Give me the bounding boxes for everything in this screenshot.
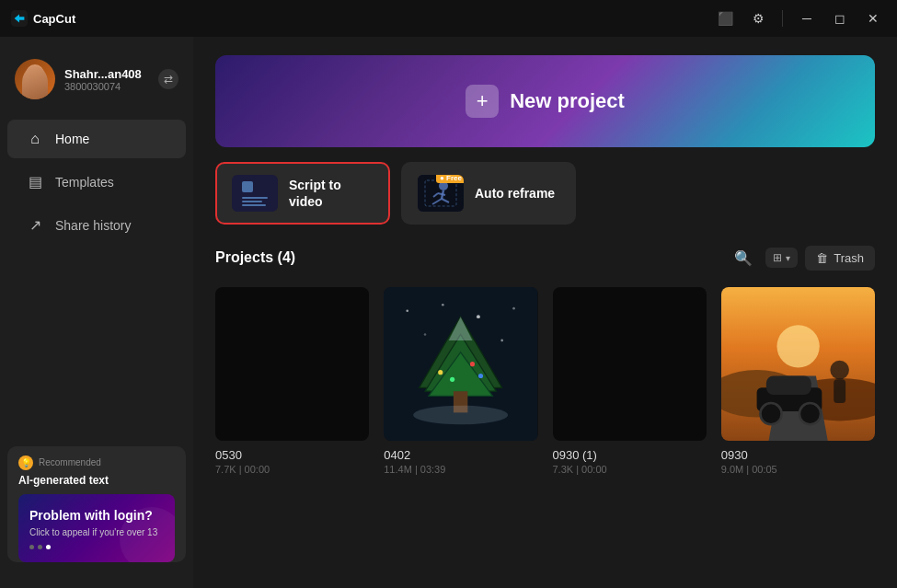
project-name-0930: 0930 — [721, 448, 875, 462]
svg-point-22 — [438, 370, 443, 375]
new-project-btn: + New project — [466, 85, 625, 118]
recommended-banner[interactable]: 💡 Recommended AI-generated text Problem … — [7, 446, 186, 562]
new-project-banner[interactable]: + New project — [215, 55, 875, 147]
dot-1 — [29, 545, 34, 549]
sidebar-item-templates[interactable]: ▤ Templates — [7, 162, 186, 202]
titlebar: CapCut ⬛ ⚙ ─ ◻ ✕ — [0, 0, 897, 37]
window-controls: ⬛ ⚙ ─ ◻ ✕ — [712, 6, 886, 31]
sidebar-bottom: 💡 Recommended AI-generated text Problem … — [0, 435, 193, 573]
project-meta-0530: 7.7K | 00:00 — [215, 464, 369, 475]
user-name: Shahr...an408 — [64, 67, 149, 81]
trash-label: Trash — [834, 251, 864, 265]
svg-rect-37 — [834, 379, 845, 403]
sunset-car-svg — [721, 287, 875, 441]
view-toggle-btn[interactable]: ⊞ ▾ — [765, 248, 798, 268]
maximize-btn[interactable]: ◻ — [827, 6, 853, 31]
project-card-0930[interactable]: 0930 9.0M | 00:05 — [721, 287, 875, 475]
grid-icon: ⊞ — [773, 251, 782, 264]
main-content: + New project Script tovideo — [193, 37, 897, 588]
project-meta-0930: 9.0M | 00:05 — [721, 464, 875, 475]
auto-reframe-card[interactable]: ● Free Auto reframe — [401, 162, 576, 225]
svg-point-25 — [478, 374, 483, 378]
project-thumb-0402 — [384, 287, 537, 441]
svg-point-15 — [501, 340, 504, 342]
search-btn[interactable]: 🔍 — [729, 243, 758, 272]
free-badge: ● Free — [436, 175, 464, 183]
user-switch-btn[interactable]: ⇄ — [158, 69, 178, 89]
project-thumb-0930-1 — [553, 287, 707, 441]
trash-icon: 🗑 — [816, 251, 828, 265]
svg-point-14 — [424, 333, 427, 336]
svg-point-35 — [799, 403, 821, 424]
projects-actions: 🔍 ⊞ ▾ 🗑 Trash — [729, 243, 875, 272]
avatar[interactable] — [15, 59, 55, 99]
svg-point-13 — [512, 307, 515, 310]
main-layout: Shahr...an408 3800030074 ⇄ ⌂ Home ▤ Temp… — [0, 37, 897, 588]
monitor-btn[interactable]: ⬛ — [712, 6, 738, 31]
trash-btn[interactable]: 🗑 Trash — [805, 246, 875, 271]
project-card-0930-1[interactable]: 0930 (1) 7.3K | 00:00 — [553, 287, 707, 475]
projects-title: Projects (4) — [215, 249, 295, 266]
user-id: 3800030074 — [64, 81, 149, 92]
app-logo: CapCut — [11, 10, 75, 27]
project-thumb-0530 — [215, 287, 369, 441]
script-icon-shape — [242, 181, 253, 192]
svg-point-21 — [413, 406, 508, 425]
auto-reframe-label: Auto reframe — [475, 185, 555, 202]
sidebar-item-home[interactable]: ⌂ Home — [7, 120, 186, 158]
svg-rect-33 — [766, 375, 811, 395]
user-section: Shahr...an408 3800030074 ⇄ — [0, 52, 193, 118]
close-btn[interactable]: ✕ — [860, 6, 886, 31]
bulb-icon: 💡 — [18, 455, 33, 470]
sidebar-item-home-label: Home — [55, 132, 89, 146]
project-name-0402: 0402 — [384, 448, 537, 462]
svg-point-24 — [450, 377, 454, 382]
new-project-label: New project — [510, 89, 625, 113]
project-meta-0930-1: 7.3K | 00:00 — [553, 464, 707, 475]
user-info: Shahr...an408 3800030074 — [64, 67, 149, 92]
project-name-0530: 0530 — [215, 448, 369, 462]
home-icon: ⌂ — [26, 131, 44, 147]
svg-point-23 — [470, 362, 475, 366]
recommended-label: 💡 Recommended — [18, 455, 175, 470]
plus-icon: + — [466, 85, 499, 118]
project-meta-0402: 11.4M | 03:39 — [384, 464, 537, 475]
svg-point-36 — [830, 361, 849, 380]
svg-point-11 — [442, 304, 444, 306]
sidebar-item-templates-label: Templates — [55, 175, 114, 190]
project-card-0402[interactable]: 0402 11.4M | 03:39 — [384, 287, 537, 475]
project-name-0930-1: 0930 (1) — [553, 448, 707, 462]
share-icon: ↗ — [26, 216, 44, 234]
sidebar-item-share-history[interactable]: ↗ Share history — [7, 205, 186, 245]
projects-grid: 0530 7.7K | 00:00 — [215, 287, 875, 475]
sidebar-item-share-label: Share history — [55, 218, 131, 233]
project-thumb-0930 — [721, 287, 875, 441]
promo-card[interactable]: Problem with login? Click to appeal if y… — [18, 494, 175, 562]
projects-header: Projects (4) 🔍 ⊞ ▾ 🗑 Trash — [215, 243, 875, 272]
feature-row: Script tovideo — [215, 162, 875, 225]
dot-2 — [38, 545, 42, 549]
sidebar: Shahr...an408 3800030074 ⇄ ⌂ Home ▤ Temp… — [0, 37, 193, 588]
svg-point-12 — [477, 315, 480, 318]
project-card-0530[interactable]: 0530 7.7K | 00:00 — [215, 287, 369, 475]
svg-point-27 — [776, 325, 819, 367]
script-to-video-label: Script tovideo — [289, 177, 341, 210]
svg-point-34 — [760, 403, 781, 424]
script-to-video-card[interactable]: Script tovideo — [215, 162, 390, 225]
christmas-tree-svg — [384, 287, 537, 441]
reframe-thumb: ● Free — [418, 175, 464, 212]
chevron-down-icon: ▾ — [786, 253, 790, 263]
svg-point-10 — [407, 309, 409, 312]
settings-btn[interactable]: ⚙ — [745, 6, 771, 31]
minimize-btn[interactable]: ─ — [794, 6, 820, 31]
recommended-title: AI-generated text — [18, 474, 175, 487]
dot-3 — [46, 545, 51, 549]
templates-icon: ▤ — [26, 173, 44, 190]
script-thumb — [232, 175, 278, 212]
